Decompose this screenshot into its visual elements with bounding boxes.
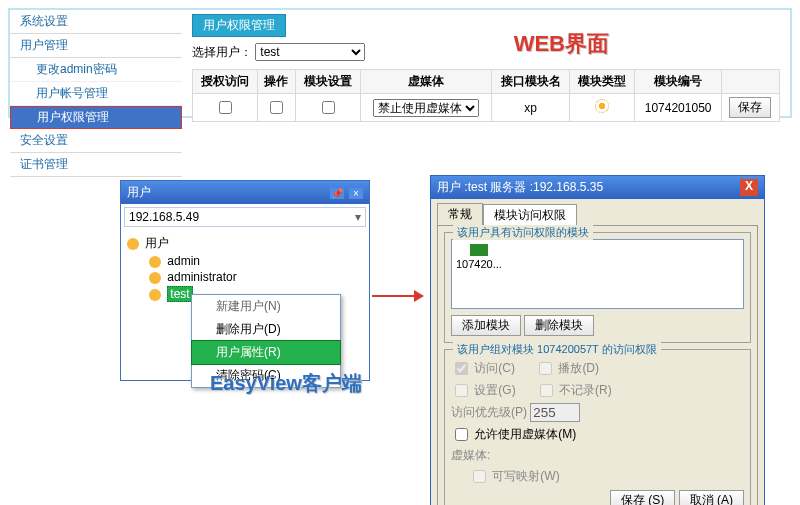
checkbox-writable — [473, 470, 486, 483]
th-vm: 虚媒体 — [360, 70, 491, 94]
group-title-1: 该用户具有访问权限的模块 — [453, 225, 593, 240]
dialog-titlebar: 用户 :test 服务器 :192.168.5.35 X — [431, 176, 764, 199]
ev-titlebar: 用户 📌 × — [121, 181, 369, 204]
close-icon[interactable]: X — [740, 179, 758, 196]
tab-module-access[interactable]: 模块访问权限 — [483, 204, 577, 226]
label-broadcast: 播放(D) — [558, 361, 599, 375]
th-modcfg: 模块设置 — [295, 70, 360, 94]
label-writable: 可写映射(W) — [492, 469, 559, 483]
tab-general[interactable]: 常规 — [437, 203, 483, 225]
checkbox-config — [455, 384, 468, 397]
user-icon — [149, 256, 161, 268]
th-modid: 模块编号 — [635, 70, 721, 94]
address-text: 192.168.5.49 — [129, 210, 199, 224]
pin-icon[interactable]: 📌 — [330, 188, 344, 199]
module-icon — [470, 244, 488, 256]
dialog-tabs: 常规 模块访问权限 — [437, 203, 758, 225]
group-module-permissions: 该用户组对模块 107420057T 的访问权限 访问(C) 播放(D) 设置(… — [444, 349, 751, 505]
th-save — [721, 70, 779, 94]
select-user-label: 选择用户： — [192, 45, 252, 59]
cell-modid: 1074201050 — [635, 94, 721, 122]
checkbox-broadcast — [539, 362, 552, 375]
label-access: 访问(C) — [474, 361, 515, 375]
label-norecord: 不记录(R) — [559, 383, 612, 397]
main-area: 用户权限管理 WEB界面 选择用户： test 授权访问 操作 模块设置 虚媒体… — [182, 10, 790, 116]
address-bar[interactable]: 192.168.5.49 ▾ — [124, 207, 366, 227]
label-priority: 访问优先级(P) — [451, 405, 527, 419]
label-vm: 虚媒体: — [451, 447, 744, 464]
easyview-window: 用户 📌 × 192.168.5.49 ▾ 用户 admin administr… — [120, 180, 370, 381]
sidebar-item-security[interactable]: 安全设置 — [10, 129, 182, 153]
user-icon — [149, 289, 161, 301]
web-annotation-label: WEB界面 — [513, 28, 610, 60]
sidebar: 系统设置 用户管理 更改admin密码 用户帐号管理 用户权限管理 安全设置 证… — [10, 10, 182, 116]
th-op: 操作 — [258, 70, 296, 94]
sidebar-item-permission-mgmt[interactable]: 用户权限管理 — [10, 106, 182, 129]
easyview-annotation-label: EasyView客户端 — [210, 370, 362, 397]
tree-item-administrator[interactable]: administrator — [127, 269, 363, 285]
user-icon — [149, 272, 161, 284]
vm-select[interactable]: 禁止使用虚媒体 — [373, 99, 479, 117]
save-row-button[interactable]: 保存 — [729, 97, 771, 118]
checkbox-norecord — [540, 384, 553, 397]
properties-dialog: 用户 :test 服务器 :192.168.5.35 X 常规 模块访问权限 该… — [430, 175, 765, 505]
sidebar-item-user[interactable]: 用户管理 — [10, 34, 182, 58]
save-button[interactable]: 保存 (S) — [610, 490, 675, 505]
priority-spinner — [530, 403, 580, 422]
th-modtype: 模块类型 — [570, 70, 635, 94]
group-accessible-modules: 该用户具有访问权限的模块 107420... 添加模块 删除模块 — [444, 232, 751, 343]
dialog-body: 该用户具有访问权限的模块 107420... 添加模块 删除模块 该用户组对模块… — [437, 225, 758, 505]
ctx-new-user[interactable]: 新建用户(N) — [192, 295, 340, 318]
checkbox-access — [455, 362, 468, 375]
tree-root-label: 用户 — [145, 236, 169, 250]
select-user-row: 选择用户： test — [192, 43, 780, 61]
tree-item-admin[interactable]: admin — [127, 253, 363, 269]
chevron-down-icon[interactable]: ▾ — [355, 210, 361, 224]
ev-title: 用户 — [127, 184, 151, 201]
sidebar-item-system[interactable]: 系统设置 — [10, 10, 182, 34]
ctx-delete-user[interactable]: 删除用户(D) — [192, 318, 340, 341]
ev-body: 用户 admin administrator test 新建用户(N) 删除用户… — [121, 230, 369, 380]
select-user-dropdown[interactable]: test — [255, 43, 365, 61]
label-config: 设置(G) — [474, 383, 515, 397]
module-list[interactable]: 107420... — [451, 239, 744, 309]
label-allow-vm: 允许使用虚媒体(M) — [474, 427, 576, 441]
delete-module-button[interactable]: 删除模块 — [524, 315, 594, 336]
table-row: 禁止使用虚媒体 xp 1074201050 保存 — [193, 94, 780, 122]
sidebar-item-change-admin-pw[interactable]: 更改admin密码 — [10, 58, 182, 82]
th-iface: 接口模块名 — [491, 70, 570, 94]
cancel-inner-button[interactable]: 取消 (A) — [679, 490, 744, 505]
checkbox-auth[interactable] — [219, 101, 232, 114]
group-title-2: 该用户组对模块 107420057T 的访问权限 — [453, 342, 661, 357]
cell-iface: xp — [491, 94, 570, 122]
ctx-user-properties[interactable]: 用户属性(R) — [191, 340, 341, 365]
dialog-title: 用户 :test 服务器 :192.168.5.35 — [437, 179, 603, 196]
close-icon[interactable]: × — [349, 188, 363, 199]
tree-label: administrator — [167, 270, 236, 284]
tree-label: admin — [167, 254, 200, 268]
tree-label-selected: test — [167, 286, 192, 302]
checkbox-modcfg[interactable] — [322, 101, 335, 114]
checkbox-op[interactable] — [270, 101, 283, 114]
sidebar-item-cert[interactable]: 证书管理 — [10, 153, 182, 177]
arrow-annotation — [372, 295, 422, 297]
sidebar-item-account-mgmt[interactable]: 用户帐号管理 — [10, 82, 182, 106]
module-label: 107420... — [456, 258, 502, 270]
checkbox-allow-vm[interactable] — [455, 428, 468, 441]
web-panel: 系统设置 用户管理 更改admin密码 用户帐号管理 用户权限管理 安全设置 证… — [8, 8, 792, 118]
section-title: 用户权限管理 — [192, 14, 286, 37]
permissions-table: 授权访问 操作 模块设置 虚媒体 接口模块名 模块类型 模块编号 禁止使用虚媒体… — [192, 69, 780, 122]
users-icon — [127, 238, 139, 250]
th-auth: 授权访问 — [193, 70, 258, 94]
gear-icon — [595, 99, 609, 113]
tree-root[interactable]: 用户 — [127, 234, 363, 253]
module-item[interactable]: 107420... — [456, 244, 502, 270]
add-module-button[interactable]: 添加模块 — [451, 315, 521, 336]
